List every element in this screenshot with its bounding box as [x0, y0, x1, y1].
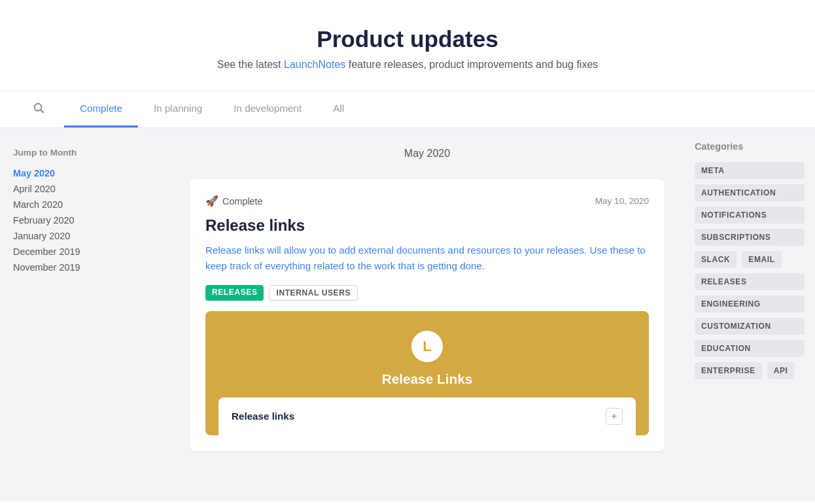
- tag-internal-users[interactable]: INTERNAL USERS: [269, 285, 358, 301]
- nav-tabs: Complete In planning In development All: [64, 91, 360, 127]
- post-title: Release links: [205, 216, 649, 235]
- page-title: Product updates: [13, 26, 802, 52]
- category-meta[interactable]: META: [695, 162, 805, 179]
- svg-point-0: [35, 103, 42, 110]
- launchnotes-link[interactable]: LaunchNotes: [284, 59, 345, 70]
- category-slack[interactable]: SLACK: [695, 251, 737, 268]
- category-row-slack-email: SLACK EMAIL: [695, 251, 805, 268]
- post-date: May 10, 2020: [595, 196, 649, 206]
- sidebar-item-december-2019[interactable]: December 2019: [13, 244, 157, 260]
- page-header: Product updates See the latest LaunchNot…: [0, 0, 815, 90]
- sidebar-item-november-2019[interactable]: November 2019: [13, 260, 157, 275]
- preview-logo: L: [411, 331, 443, 362]
- tab-in-planning[interactable]: In planning: [138, 91, 218, 127]
- category-customization[interactable]: CUSTOMIZATION: [695, 318, 805, 335]
- post-status: 🚀 Complete: [205, 195, 263, 207]
- post-card: 🚀 Complete May 10, 2020 Release links Re…: [190, 179, 665, 451]
- content-area: May 2020 🚀 Complete May 10, 2020 Release…: [170, 128, 684, 501]
- sidebar-item-march-2020[interactable]: March 2020: [13, 197, 157, 212]
- category-enterprise[interactable]: ENTERPRISE: [695, 362, 762, 379]
- nav-bar: Complete In planning In development All: [0, 90, 815, 128]
- sidebar-item-january-2020[interactable]: January 2020: [13, 228, 157, 244]
- sidebar-item-february-2020[interactable]: February 2020: [13, 212, 157, 228]
- svg-line-1: [41, 110, 44, 112]
- category-releases[interactable]: RELEASES: [695, 273, 805, 290]
- sidebar: Jump to Month May 2020 April 2020 March …: [0, 128, 170, 501]
- page-subtitle: See the latest LaunchNotes feature relea…: [13, 59, 802, 71]
- sidebar-item-may-2020[interactable]: May 2020: [13, 165, 157, 181]
- post-preview: L Release Links Release links +: [205, 311, 649, 435]
- rocket-icon: 🚀: [205, 195, 218, 207]
- month-header: May 2020: [190, 141, 665, 166]
- preview-plus-button[interactable]: +: [606, 408, 623, 425]
- category-row-enterprise-api: ENTERPRISE API: [695, 362, 805, 379]
- categories-title: Categories: [695, 141, 805, 152]
- sidebar-jump-label: Jump to Month: [13, 148, 157, 158]
- tag-releases[interactable]: RELEASES: [205, 285, 264, 301]
- preview-title: Release Links: [382, 371, 473, 387]
- category-email[interactable]: EMAIL: [742, 251, 781, 268]
- post-description: Release links will allow you to add exte…: [205, 243, 649, 275]
- category-notifications[interactable]: NOTIFICATIONS: [695, 207, 805, 224]
- category-engineering[interactable]: ENGINEERING: [695, 295, 805, 312]
- tab-all[interactable]: All: [317, 91, 360, 127]
- preview-inner-title: Release links: [232, 411, 294, 422]
- category-education[interactable]: EDUCATION: [695, 340, 805, 357]
- category-api[interactable]: API: [767, 362, 795, 379]
- category-authentication[interactable]: AUTHENTICATION: [695, 184, 805, 201]
- tab-complete[interactable]: Complete: [64, 91, 138, 127]
- category-subscriptions[interactable]: SUBSCRIPTIONS: [695, 229, 805, 246]
- preview-inner: Release links +: [218, 397, 636, 435]
- search-icon[interactable]: [26, 92, 51, 127]
- categories-panel: Categories META AUTHENTICATION NOTIFICAT…: [684, 128, 815, 501]
- sidebar-item-april-2020[interactable]: April 2020: [13, 181, 157, 197]
- tab-in-development[interactable]: In development: [218, 91, 317, 127]
- post-meta: 🚀 Complete May 10, 2020: [205, 195, 649, 207]
- main-layout: Jump to Month May 2020 April 2020 March …: [0, 128, 815, 501]
- post-tags: RELEASES INTERNAL USERS: [205, 285, 649, 301]
